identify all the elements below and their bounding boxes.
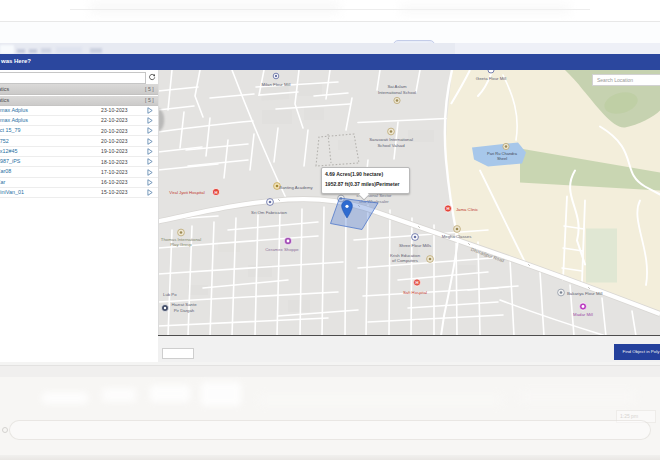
- svg-text:Lub Po: Lub Po: [163, 292, 177, 297]
- svg-text:Krish Education: Krish Education: [390, 252, 421, 257]
- svg-text:Sri Om Fabrication: Sri Om Fabrication: [251, 209, 287, 214]
- svg-text:Geeta Flour Mill: Geeta Flour Mill: [476, 76, 506, 81]
- svg-text:Hazrat Sante: Hazrat Sante: [171, 302, 197, 307]
- svg-text:Milan Flour Mill: Milan Flour Mill: [262, 81, 291, 86]
- svg-text:Sai Aslam: Sai Aslam: [387, 84, 407, 89]
- svg-text:International School: International School: [378, 89, 416, 94]
- svg-text:of Computers: of Computers: [392, 258, 418, 263]
- svg-text:Viral Jyoti Hospital: Viral Jyoti Hospital: [169, 190, 204, 195]
- svg-text:H: H: [214, 189, 217, 194]
- svg-text:Banting Academy: Banting Academy: [279, 184, 313, 189]
- svg-text:Ceramex Shoppe: Ceramex Shoppe: [265, 247, 299, 252]
- svg-text:Pari Ru Chandra: Pari Ru Chandra: [487, 150, 518, 155]
- svg-text:Shree Flour Mills: Shree Flour Mills: [399, 242, 431, 247]
- svg-text:H: H: [415, 280, 418, 285]
- svg-text:H: H: [446, 206, 449, 211]
- svg-text:Sheel: Sheel: [497, 156, 507, 161]
- svg-text:Saraswati International: Saraswati International: [369, 137, 413, 142]
- svg-text:Safi Hospital: Safi Hospital: [403, 289, 427, 294]
- svg-text:Madar Mill: Madar Mill: [573, 311, 593, 316]
- svg-text:School Valsad: School Valsad: [377, 142, 405, 147]
- svg-text:Pir Dargah: Pir Dargah: [174, 307, 195, 312]
- svg-text:Thomas International: Thomas International: [161, 236, 201, 241]
- svg-text:Play Group: Play Group: [170, 242, 192, 247]
- svg-text:Megha Classes: Megha Classes: [442, 234, 472, 239]
- svg-text:Jama Clinic: Jama Clinic: [456, 206, 479, 211]
- svg-text:Bakariya Flour Mill: Bakariya Flour Mill: [567, 290, 602, 295]
